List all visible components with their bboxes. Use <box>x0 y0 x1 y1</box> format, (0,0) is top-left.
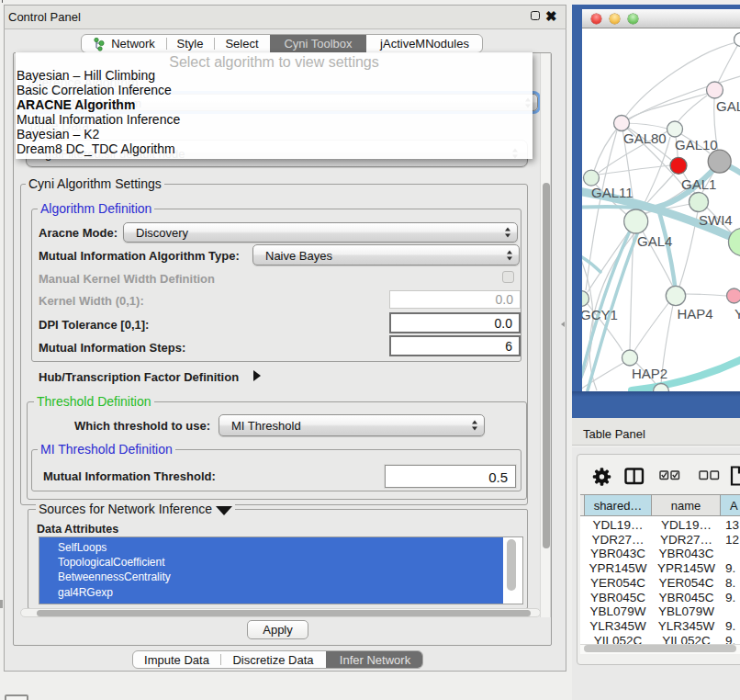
svg-text:GAL2: GAL2 <box>716 98 740 114</box>
svg-text:HAP4: HAP4 <box>678 306 713 322</box>
svg-text:HAP2: HAP2 <box>632 366 667 381</box>
svg-text:GAL1: GAL1 <box>681 176 716 192</box>
svg-text:GAL4: GAL4 <box>637 233 672 249</box>
svg-text:GCY1: GCY1 <box>582 307 618 322</box>
svg-text:YJ: YJ <box>734 306 740 322</box>
svg-text:SWI4: SWI4 <box>699 212 733 228</box>
svg-text:GAL11: GAL11 <box>591 185 633 200</box>
svg-text:GAL80: GAL80 <box>623 130 667 146</box>
svg-text:GAL10: GAL10 <box>675 137 718 152</box>
